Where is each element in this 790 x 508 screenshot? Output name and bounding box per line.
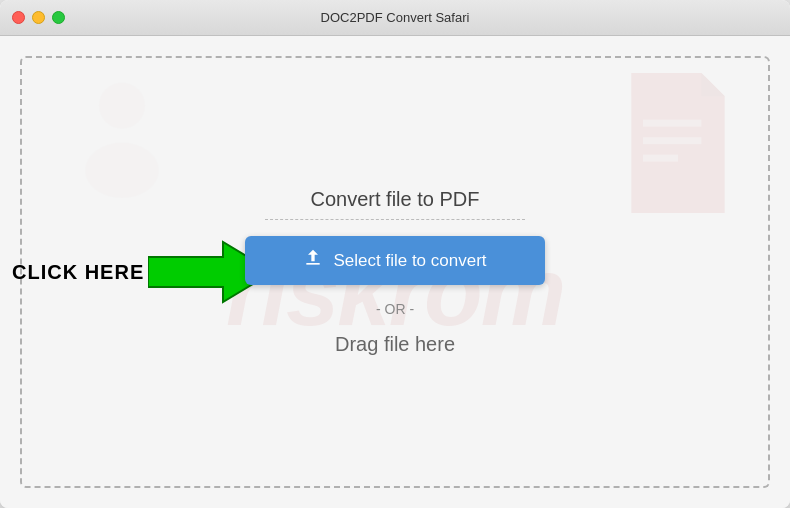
select-file-label: Select file to convert <box>333 251 486 271</box>
svg-point-0 <box>99 83 145 129</box>
svg-rect-3 <box>643 137 701 144</box>
convert-title: Convert file to PDF <box>265 188 525 220</box>
or-divider: - OR - <box>376 301 414 317</box>
center-panel: Convert file to PDF Select file to conve… <box>245 188 545 356</box>
upload-icon <box>303 248 323 273</box>
svg-rect-2 <box>643 120 701 127</box>
close-button[interactable] <box>12 11 25 24</box>
window-title: DOC2PDF Convert Safari <box>321 10 470 25</box>
main-content: riskrom CLICK HERE Convert file to PDF <box>0 36 790 508</box>
select-file-button[interactable]: Select file to convert <box>245 236 545 285</box>
maximize-button[interactable] <box>52 11 65 24</box>
drag-label: Drag file here <box>335 333 455 356</box>
svg-rect-4 <box>643 155 678 162</box>
drop-zone[interactable]: riskrom CLICK HERE Convert file to PDF <box>20 56 770 488</box>
app-window: DOC2PDF Convert Safari riskrom <box>0 0 790 508</box>
minimize-button[interactable] <box>32 11 45 24</box>
click-here-container: CLICK HERE <box>12 237 278 307</box>
title-bar: DOC2PDF Convert Safari <box>0 0 790 36</box>
svg-point-1 <box>85 143 159 198</box>
click-here-label: CLICK HERE <box>12 261 144 284</box>
traffic-lights <box>12 11 65 24</box>
